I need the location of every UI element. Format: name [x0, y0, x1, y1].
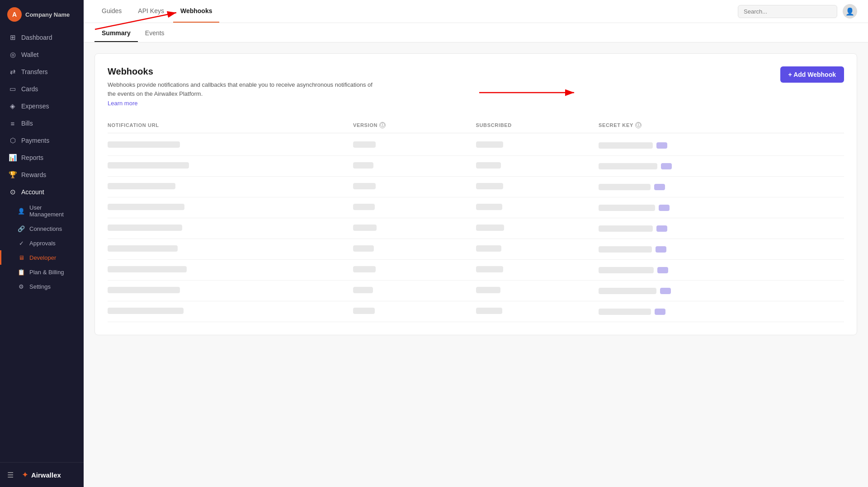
- webhooks-table: NOTIFICATION URL VERSION ⓘ SUBSCRIBED SE…: [108, 117, 844, 322]
- cell-secret-key: [599, 267, 844, 273]
- sidebar-item-wallet[interactable]: ◎ Wallet: [0, 46, 84, 63]
- sidebar-item-label: Dashboard: [21, 34, 52, 41]
- table-header: NOTIFICATION URL VERSION ⓘ SUBSCRIBED SE…: [108, 117, 844, 133]
- sub-tab-events[interactable]: Events: [138, 23, 172, 42]
- expenses-icon: ◈: [9, 102, 17, 110]
- sidebar-item-label: Expenses: [21, 103, 49, 110]
- sidebar-item-transfers[interactable]: ⇄ Transfers: [0, 63, 84, 80]
- table-row[interactable]: [108, 281, 844, 301]
- cell-version: [353, 225, 476, 232]
- account-icon: ⊙: [9, 188, 17, 196]
- airwallex-logo[interactable]: ✦ Airwallex: [22, 470, 61, 480]
- tab-webhooks[interactable]: Webhooks: [173, 0, 220, 23]
- cell-subscribed: [476, 183, 599, 191]
- sidebar-item-expenses[interactable]: ◈ Expenses: [0, 98, 84, 115]
- cell-subscribed: [476, 308, 599, 315]
- wallet-icon: ◎: [9, 51, 17, 59]
- sidebar-item-label: Reports: [21, 154, 43, 161]
- sidebar-sub-item-connections[interactable]: 🔗 Connections: [0, 221, 84, 236]
- developer-icon: 🖥: [18, 254, 25, 261]
- sidebar-item-bills[interactable]: ≡ Bills: [0, 115, 84, 132]
- sidebar-sub-item-settings[interactable]: ⚙ Settings: [0, 279, 84, 294]
- add-webhook-label: + Add Webhook: [788, 71, 836, 78]
- top-nav-tabs: Guides API Keys Webhooks: [94, 0, 219, 23]
- cell-url: [108, 266, 353, 274]
- webhooks-title: Webhooks: [108, 66, 379, 77]
- main-content: Guides API Keys Webhooks 👤 Summary Event…: [84, 0, 868, 487]
- column-header-secret-key: SECRET KEY ⓘ: [599, 122, 844, 128]
- sidebar-item-payments[interactable]: ⬡ Payments: [0, 132, 84, 149]
- sidebar-item-rewards[interactable]: 🏆 Rewards: [0, 166, 84, 183]
- payments-icon: ⬡: [9, 136, 17, 145]
- cell-version: [353, 204, 476, 211]
- sidebar-item-label: Cards: [21, 85, 38, 93]
- tab-guides[interactable]: Guides: [94, 0, 129, 23]
- cell-secret-key: [599, 309, 844, 315]
- sidebar-item-dashboard[interactable]: ⊞ Dashboard: [0, 29, 84, 46]
- transfers-icon: ⇄: [9, 68, 17, 76]
- sidebar-sub-item-approvals[interactable]: ✓ Approvals: [0, 236, 84, 250]
- sidebar-item-label: Payments: [21, 137, 49, 144]
- table-row[interactable]: [108, 218, 844, 239]
- cell-subscribed: [476, 287, 599, 295]
- avatar[interactable]: 👤: [843, 4, 857, 19]
- table-row[interactable]: [108, 177, 844, 197]
- sidebar-sub-item-developer[interactable]: 🖥 Developer: [0, 250, 84, 265]
- tab-api-keys[interactable]: API Keys: [131, 0, 171, 23]
- reports-icon: 📊: [9, 154, 17, 162]
- content-area: Webhooks Webhooks provide notifications …: [84, 42, 868, 487]
- sidebar-item-account[interactable]: ⊙ Account: [0, 183, 84, 201]
- sidebar-sub-label: Plan & Billing: [29, 269, 64, 276]
- cell-url: [108, 225, 353, 232]
- cell-subscribed: [476, 141, 599, 149]
- table-row[interactable]: [108, 260, 844, 281]
- rewards-icon: 🏆: [9, 171, 17, 179]
- sidebar-item-cards[interactable]: ▭ Cards: [0, 80, 84, 98]
- cell-version: [353, 308, 476, 315]
- cell-version: [353, 266, 476, 274]
- bills-icon: ≡: [9, 119, 17, 127]
- cell-version: [353, 245, 476, 253]
- table-row[interactable]: [108, 156, 844, 177]
- cell-secret-key: [599, 205, 844, 211]
- search-input[interactable]: [738, 5, 837, 18]
- cell-url: [108, 141, 353, 149]
- sidebar-bottom: ☰ ✦ Airwallex: [0, 462, 84, 487]
- webhooks-header: Webhooks Webhooks provide notifications …: [108, 66, 844, 107]
- cell-version: [353, 162, 476, 170]
- cell-subscribed: [476, 162, 599, 170]
- secret-key-info-icon[interactable]: ⓘ: [635, 122, 642, 128]
- sidebar-sub-label: Developer: [29, 254, 56, 261]
- learn-more-link[interactable]: Learn more: [108, 100, 379, 107]
- cell-subscribed: [476, 225, 599, 232]
- cell-subscribed: [476, 266, 599, 274]
- cell-url: [108, 204, 353, 211]
- version-info-icon[interactable]: ⓘ: [379, 122, 386, 128]
- sidebar-sub-item-user-management[interactable]: 👤 User Management: [0, 201, 84, 221]
- table-row[interactable]: [108, 135, 844, 156]
- column-header-notification-url: NOTIFICATION URL: [108, 122, 353, 128]
- cell-secret-key: [599, 288, 844, 294]
- cell-version: [353, 141, 476, 149]
- sub-tab-summary[interactable]: Summary: [94, 23, 138, 42]
- menu-icon[interactable]: ☰: [7, 471, 14, 479]
- dashboard-icon: ⊞: [9, 33, 17, 42]
- sidebar-item-label: Transfers: [21, 68, 48, 75]
- table-row[interactable]: [108, 197, 844, 218]
- webhooks-card: Webhooks Webhooks provide notifications …: [94, 53, 857, 335]
- cell-url: [108, 245, 353, 253]
- add-webhook-button[interactable]: + Add Webhook: [780, 66, 844, 83]
- cell-subscribed: [476, 245, 599, 253]
- sidebar-sub-label: Connections: [29, 225, 62, 232]
- user-management-icon: 👤: [18, 207, 25, 215]
- table-row[interactable]: [108, 239, 844, 260]
- sidebar-logo-area: A Company Name: [0, 0, 84, 25]
- cell-secret-key: [599, 225, 844, 232]
- sidebar-sub-item-plan-billing[interactable]: 📋 Plan & Billing: [0, 265, 84, 279]
- cell-url: [108, 162, 353, 170]
- cell-secret-key: [599, 142, 844, 149]
- table-row[interactable]: [108, 301, 844, 322]
- sidebar-item-reports[interactable]: 📊 Reports: [0, 149, 84, 166]
- approvals-icon: ✓: [18, 239, 25, 247]
- webhooks-info: Webhooks Webhooks provide notifications …: [108, 66, 379, 107]
